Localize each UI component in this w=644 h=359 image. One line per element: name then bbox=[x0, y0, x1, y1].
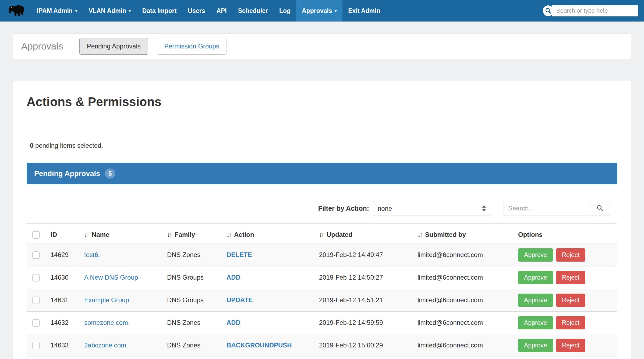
nav-item-exit-admin[interactable]: Exit Admin bbox=[342, 0, 386, 22]
sort-icon: ↓↑ bbox=[167, 231, 171, 238]
name-link[interactable]: 2abczone.com. bbox=[84, 342, 128, 349]
nav-item-vlan-admin[interactable]: VLAN Admin ▾ bbox=[83, 0, 136, 22]
cell-updated: 2019-Feb-12 14:51:21 bbox=[315, 289, 413, 311]
action-link[interactable]: UPDATE bbox=[227, 296, 253, 304]
nav-label: API bbox=[216, 7, 227, 15]
row-checkbox[interactable] bbox=[32, 274, 40, 281]
nav-item-api[interactable]: API bbox=[211, 0, 232, 22]
cell-id: 14631 bbox=[46, 289, 80, 311]
navbar-search bbox=[543, 5, 638, 16]
name-link[interactable]: A New DNS Group bbox=[84, 274, 138, 281]
nav-label: Log bbox=[279, 7, 291, 15]
approve-button[interactable]: Approve bbox=[518, 316, 553, 329]
search-icon[interactable] bbox=[543, 5, 554, 16]
pending-count-badge: 5 bbox=[105, 168, 115, 179]
action-link[interactable]: ADD bbox=[227, 274, 240, 281]
approve-button[interactable]: Approve bbox=[518, 248, 553, 262]
table-row: 14630 A New DNS Group DNS Groups ADD 201… bbox=[27, 266, 617, 289]
header-action[interactable]: ↓↑Action bbox=[222, 224, 315, 244]
search-icon bbox=[596, 204, 604, 213]
nav-item-log[interactable]: Log bbox=[274, 0, 296, 22]
cell-select bbox=[27, 334, 46, 357]
cell-options: Approve Reject bbox=[514, 334, 617, 357]
header-id: ID bbox=[46, 224, 80, 244]
table-search-button[interactable] bbox=[590, 201, 610, 216]
row-checkbox[interactable] bbox=[32, 297, 40, 304]
approve-button[interactable]: Approve bbox=[518, 271, 553, 284]
row-checkbox[interactable] bbox=[32, 251, 40, 259]
header-family[interactable]: ↓↑Family bbox=[163, 224, 222, 244]
help-search-input[interactable] bbox=[552, 5, 638, 16]
filter-action-select[interactable]: none bbox=[373, 201, 490, 216]
reject-button[interactable]: Reject bbox=[556, 339, 585, 352]
table-header-row: ID ↓↑Name ↓↑Family ↓↑Action ↓↑Updated ↓↑… bbox=[27, 224, 617, 244]
nav-item-data-import[interactable]: Data Import bbox=[137, 0, 182, 22]
row-checkbox[interactable] bbox=[32, 319, 40, 327]
table-row: 14629 test6. DNS Zones DELETE 2019-Feb-1… bbox=[27, 244, 617, 266]
nav-item-scheduler[interactable]: Scheduler bbox=[232, 0, 274, 22]
filter-action-select-wrap: none bbox=[373, 201, 490, 216]
pending-approvals-title: Pending Approvals bbox=[34, 170, 100, 178]
action-link[interactable]: ADD bbox=[227, 319, 240, 326]
cell-submitted-by: limited@6connect.com bbox=[413, 311, 514, 334]
table-search-input[interactable] bbox=[504, 201, 590, 216]
header-label: ID bbox=[51, 231, 57, 238]
cell-select bbox=[27, 244, 46, 266]
action-link[interactable]: DELETE bbox=[227, 251, 252, 258]
name-link[interactable]: Example Group bbox=[84, 296, 129, 304]
nav-label: IPAM Admin bbox=[37, 7, 73, 15]
nav-label: Exit Admin bbox=[348, 7, 380, 15]
cell-id: 14632 bbox=[46, 311, 80, 334]
name-link[interactable]: somezone.com. bbox=[84, 319, 130, 326]
selected-count-text: pending items selected. bbox=[33, 142, 103, 149]
filter-toolbar: Filter by Action: none bbox=[27, 193, 617, 224]
cell-submitted-by: limited@6connect.com bbox=[413, 334, 514, 357]
name-link[interactable]: test6. bbox=[84, 251, 100, 258]
table-search-group bbox=[504, 201, 610, 216]
provision-logo[interactable] bbox=[5, 4, 29, 18]
top-navbar: IPAM Admin ▾ VLAN Admin ▾ Data Import Us… bbox=[0, 0, 644, 22]
approvals-subheader: Approvals Pending Approvals Permission G… bbox=[13, 33, 631, 59]
cell-updated: 2019-Feb-12 14:49:47 bbox=[315, 244, 413, 266]
reject-button[interactable]: Reject bbox=[556, 316, 585, 329]
cell-family: DNS Groups bbox=[163, 289, 222, 311]
select-all-checkbox[interactable] bbox=[32, 231, 40, 239]
action-link[interactable]: BACKGROUNDPUSH bbox=[227, 342, 292, 349]
cell-select bbox=[27, 289, 46, 311]
cell-options: Approve Reject bbox=[514, 244, 617, 266]
sort-icon: ↓↑ bbox=[84, 231, 89, 238]
table-row: 14632 somezone.com. DNS Zones ADD 2019-F… bbox=[27, 311, 617, 334]
tab-pending-approvals[interactable]: Pending Approvals bbox=[79, 38, 148, 55]
cell-family: DNS Zones bbox=[163, 311, 222, 334]
header-label: Name bbox=[92, 231, 109, 238]
cell-updated: 2019-Feb-12 15:00:29 bbox=[315, 334, 413, 357]
cell-action: ADD bbox=[222, 266, 315, 289]
reject-button[interactable]: Reject bbox=[556, 294, 585, 307]
main-nav: IPAM Admin ▾ VLAN Admin ▾ Data Import Us… bbox=[31, 0, 386, 22]
pending-approvals-table: ID ↓↑Name ↓↑Family ↓↑Action ↓↑Updated ↓↑… bbox=[27, 224, 617, 357]
section-heading: Actions & Permissions bbox=[27, 94, 617, 109]
cell-name: somezone.com. bbox=[80, 311, 163, 334]
nav-label: Approvals bbox=[302, 7, 332, 15]
header-updated[interactable]: ↓↑Updated bbox=[315, 224, 413, 244]
filter-by-action-label: Filter by Action: bbox=[318, 205, 369, 212]
approvals-table-container: Filter by Action: none bbox=[27, 193, 617, 359]
reject-button[interactable]: Reject bbox=[556, 271, 585, 284]
cell-action: UPDATE bbox=[222, 289, 315, 311]
sort-icon: ↓↑ bbox=[227, 231, 231, 238]
header-select-all bbox=[27, 224, 46, 244]
nav-item-approvals[interactable]: Approvals ▾ bbox=[296, 0, 342, 22]
approve-button[interactable]: Approve bbox=[518, 294, 553, 307]
header-label: Updated bbox=[327, 231, 352, 238]
nav-item-users[interactable]: Users bbox=[182, 0, 211, 22]
header-name[interactable]: ↓↑Name bbox=[80, 224, 163, 244]
header-submitted-by[interactable]: ↓↑Submitted by bbox=[413, 224, 514, 244]
nav-item-ipam-admin[interactable]: IPAM Admin ▾ bbox=[31, 0, 83, 22]
selected-count-line: 0 pending items selected. bbox=[30, 142, 617, 149]
reject-button[interactable]: Reject bbox=[556, 248, 585, 262]
cell-family: DNS Groups bbox=[163, 266, 222, 289]
header-label: Submitted by bbox=[425, 231, 466, 238]
row-checkbox[interactable] bbox=[32, 342, 40, 349]
tab-permission-groups[interactable]: Permission Groups bbox=[157, 38, 227, 55]
approve-button[interactable]: Approve bbox=[518, 339, 553, 352]
